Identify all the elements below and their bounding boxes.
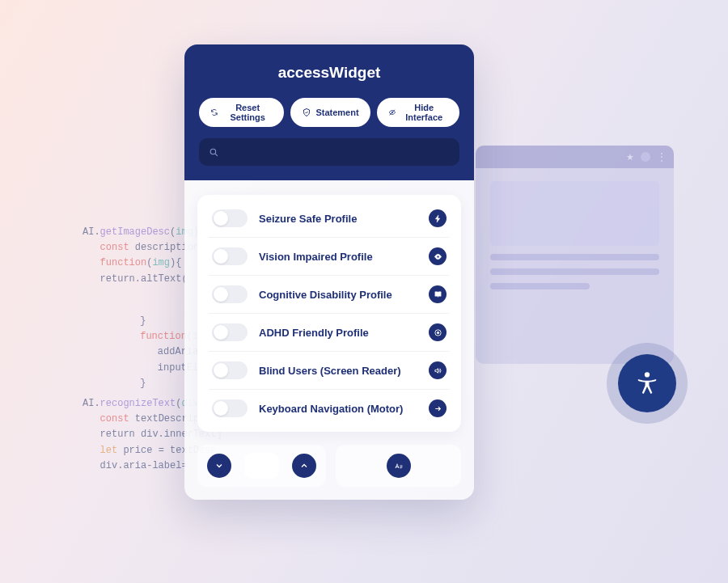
mock-content-box [490,181,659,246]
eye-off-icon [388,108,396,117]
accessibility-fab-button[interactable] [618,354,676,412]
search-input[interactable] [199,138,459,166]
mock-browser-window: ★ ⋮ [476,146,674,364]
scale-value-display [244,453,279,479]
star-icon: ★ [626,152,634,163]
profile-toggle[interactable] [212,361,248,379]
search-icon [209,147,219,158]
menu-dots-icon: ⋮ [657,151,666,163]
profile-label: Vision Impaired Profile [259,251,417,263]
profile-toggle[interactable] [212,209,248,227]
avatar [641,152,650,162]
hide-interface-button[interactable]: Hide Interface [377,98,459,127]
decrease-button[interactable] [207,454,231,478]
profile-label: ADHD Friendly Profile [259,327,417,339]
font-icon [394,461,404,471]
profile-toggle[interactable] [212,399,248,417]
profile-toggle[interactable] [212,247,248,265]
font-options-control[interactable] [336,445,461,487]
book-icon [429,285,447,303]
chevron-up-icon [299,461,309,471]
target-icon [429,323,447,341]
arrow-right-icon [429,399,447,417]
mock-text-line [490,254,659,260]
svg-point-2 [210,149,216,154]
access-widget-panel: accessWidget Reset Settings Statement Hi… [184,44,474,500]
widget-title: accessWidget [199,64,459,82]
profile-label: Blind Users (Screen Reader) [259,365,417,377]
profiles-card: Seizure Safe ProfileVision Impaired Prof… [197,195,461,432]
svg-point-4 [437,332,439,334]
profile-row: Vision Impaired Profile [209,238,450,276]
mock-text-line [490,283,590,289]
profile-label: Cognitive Disability Profile [259,289,417,301]
shield-icon [302,108,311,117]
accessibility-icon [633,370,661,397]
reset-settings-button[interactable]: Reset Settings [199,98,284,127]
sound-icon [429,361,447,379]
profile-row: Seizure Safe Profile [209,200,450,238]
refresh-icon [210,108,218,117]
eye-icon [429,247,447,265]
chevron-down-icon [214,461,224,471]
profile-toggle[interactable] [212,285,248,303]
profile-label: Keyboard Navigation (Motor) [259,403,417,415]
profile-row: Cognitive Disability Profile [209,276,450,314]
content-scale-control [197,445,326,487]
profile-row: Keyboard Navigation (Motor) [209,390,450,427]
increase-button[interactable] [292,454,316,478]
mock-text-line [490,268,659,275]
svg-point-0 [645,372,650,377]
profile-row: ADHD Friendly Profile [209,314,450,352]
statement-button[interactable]: Statement [290,98,370,127]
profile-row: Blind Users (Screen Reader) [209,352,450,390]
bolt-icon [429,209,447,227]
profile-toggle[interactable] [212,323,248,341]
font-button[interactable] [387,454,411,478]
profile-label: Seizure Safe Profile [259,213,417,225]
